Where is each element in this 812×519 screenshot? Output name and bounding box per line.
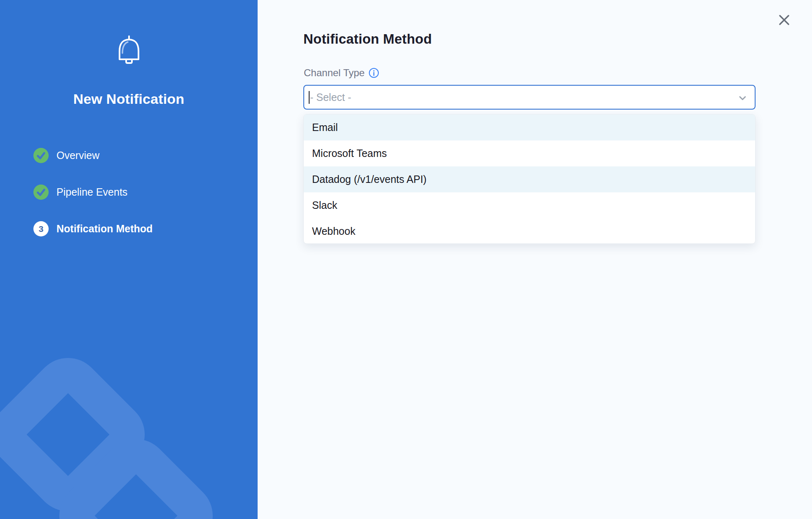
check-circle-icon — [33, 185, 49, 200]
page-title: Notification Method — [303, 31, 432, 47]
wizard-steps: Overview Pipeline Events 3 Notification … — [33, 148, 153, 258]
field-label: Channel Type — [304, 67, 365, 79]
option-microsoft-teams[interactable]: Microsoft Teams — [304, 140, 755, 166]
option-webhook[interactable]: Webhook — [304, 218, 755, 244]
wizard-sidebar: New Notification Overview Pipeline Event… — [0, 0, 258, 519]
channel-type-dropdown: Email Microsoft Teams Datadog (/v1/event… — [303, 114, 756, 244]
notification-method-panel: Notification Method Channel Type - Selec… — [258, 0, 812, 519]
option-slack[interactable]: Slack — [304, 192, 755, 218]
option-email[interactable]: Email — [304, 115, 755, 140]
close-button[interactable] — [775, 12, 793, 30]
step-number-badge: 3 — [33, 221, 49, 236]
option-datadog[interactable]: Datadog (/v1/events API) — [304, 166, 755, 192]
close-icon — [778, 14, 791, 28]
step-overview[interactable]: Overview — [33, 148, 153, 163]
channel-type-select[interactable]: - Select - — [303, 85, 756, 110]
text-cursor — [309, 91, 310, 104]
select-placeholder: - Select - — [310, 91, 351, 103]
step-notification-method[interactable]: 3 Notification Method — [33, 221, 153, 236]
chevron-down-icon — [737, 92, 748, 105]
bell-icon — [115, 35, 143, 69]
info-icon[interactable] — [368, 68, 379, 78]
step-label: Overview — [56, 150, 99, 161]
step-pipeline-events[interactable]: Pipeline Events — [33, 185, 153, 200]
wizard-title: New Notification — [0, 91, 258, 107]
step-label: Pipeline Events — [56, 186, 127, 198]
channel-type-field-label: Channel Type — [304, 67, 379, 79]
step-label: Notification Method — [56, 223, 153, 235]
check-circle-icon — [33, 148, 49, 163]
